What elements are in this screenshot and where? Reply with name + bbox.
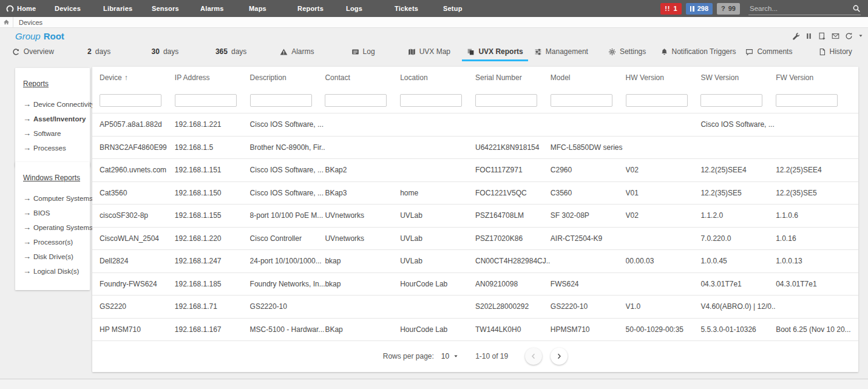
cell-model: MFC-L5850DW series — [551, 143, 626, 152]
tab-history[interactable]: History — [802, 44, 868, 61]
cell-location: HourCode Lab — [400, 325, 475, 334]
nav-item-maps[interactable]: Maps — [249, 5, 297, 12]
sidebar-item-logical-disk-s[interactable]: →Logical Disk(s) — [23, 267, 87, 276]
sidebar-item-disk-drive-s[interactable]: →Disk Drive(s) — [23, 252, 87, 261]
nav-item-devices[interactable]: Devices — [55, 5, 103, 12]
cell-model: AIR-CT2504-K9 — [551, 234, 626, 243]
arrow-right-icon: → — [23, 194, 31, 203]
nav-item-alarms[interactable]: Alarms — [200, 5, 249, 12]
wrench-icon[interactable] — [792, 32, 799, 40]
filter-input-description[interactable] — [250, 94, 312, 107]
house-icon[interactable] — [0, 19, 13, 25]
cell-hw-version: V02 — [626, 211, 701, 220]
filter-input-contact[interactable] — [325, 94, 387, 107]
filter-input-location[interactable] — [400, 94, 462, 107]
sidebar-item-asset-inventory[interactable]: →Asset/Inventory — [23, 115, 87, 123]
tab-log[interactable]: Log — [330, 44, 396, 61]
sidebar-section-title[interactable]: Reports — [23, 79, 49, 88]
filter-input-hw-version[interactable] — [626, 94, 688, 107]
table-row[interactable]: HP MSM710192.168.1.167MSC-5100 - Hardwar… — [92, 318, 858, 341]
critical-badge[interactable]: !!1 — [660, 3, 681, 15]
table-row[interactable]: Cat3560192.168.1.150Cisco IOS Software, … — [92, 181, 858, 205]
tab-uvx-reports[interactable]: UVX Reports — [462, 44, 528, 61]
sidebar-item-label: Logical Disk(s) — [33, 268, 79, 275]
column-header-location[interactable]: Location — [400, 73, 475, 82]
nav-item-home[interactable]: Home — [6, 5, 55, 13]
tab-notification-triggers[interactable]: Notification Triggers — [660, 44, 736, 61]
column-header-contact[interactable]: Contact — [325, 73, 400, 82]
tab-alarms[interactable]: Alarms — [264, 44, 330, 61]
column-header-sw-version[interactable]: SW Version — [700, 73, 776, 82]
column-header-description[interactable]: Description — [250, 73, 325, 82]
tab-uvx-map[interactable]: UVX Map — [396, 44, 463, 61]
filter-input-model[interactable] — [551, 94, 612, 107]
sidebar-item-software[interactable]: →Software — [23, 129, 87, 138]
column-header-ip-address[interactable]: IP Address — [175, 73, 250, 82]
settings-icon — [608, 48, 616, 56]
filter-input-ip-address[interactable] — [175, 94, 237, 107]
column-header-hw-version[interactable]: HW Version — [626, 73, 701, 82]
page-plus-icon[interactable] — [818, 32, 826, 40]
cell-device: Dell2824 — [100, 257, 175, 265]
pause-icon[interactable] — [805, 32, 813, 40]
filter-input-sw-version[interactable] — [700, 94, 762, 107]
cell-serial-number: S202L28000292 — [475, 302, 551, 311]
sidebar-item-processor-s[interactable]: →Processor(s) — [23, 238, 87, 246]
cell-description: Cisco IOS Software, ... — [250, 120, 325, 129]
search-input[interactable] — [748, 5, 852, 12]
envelope-icon[interactable] — [832, 32, 839, 40]
cell-ip-address: 192.168.1.155 — [175, 211, 250, 220]
nav-item-tickets[interactable]: Tickets — [395, 5, 443, 12]
tab-management[interactable]: Management — [528, 44, 594, 61]
tab-settings[interactable]: Settings — [594, 44, 660, 61]
table-row[interactable]: GS2220192.168.1.71GS2220-10S202L28000292… — [92, 295, 858, 318]
page-title: GroupRoot — [15, 31, 64, 41]
sidebar-item-device-connectivity[interactable]: →Device Connectivity — [23, 100, 87, 109]
tab-overview[interactable]: Overview — [0, 44, 66, 61]
column-header-fw-version[interactable]: FW Version — [776, 73, 851, 82]
tab-2-days[interactable]: 2days — [66, 44, 132, 61]
nav-item-logs[interactable]: Logs — [346, 5, 395, 12]
filter-input-serial-number[interactable] — [475, 94, 537, 107]
table-row[interactable]: Foundry-FWS624192.168.1.185Foundry Netwo… — [92, 272, 858, 296]
nav-item-sensors[interactable]: Sensors — [152, 5, 200, 12]
sidebar-section-title[interactable]: Windows Reports — [23, 174, 80, 182]
tab-comments[interactable]: Comments — [736, 44, 802, 61]
paused-badge[interactable]: 298 — [686, 3, 713, 15]
cell-serial-number: FOC1117Z971 — [475, 166, 551, 174]
pagination-prev-button[interactable] — [525, 348, 542, 365]
column-header-device[interactable]: Device↑ — [100, 73, 175, 82]
sidebar-item-operating-systems[interactable]: →Operating Systems — [23, 223, 87, 232]
nav-item-label: Reports — [297, 5, 324, 12]
pagination-next-button[interactable] — [551, 348, 568, 365]
column-header-label: Serial Number — [475, 73, 522, 82]
table-row[interactable]: ciscoSF302-8p192.168.1.1558-port 10/100 … — [92, 204, 858, 227]
cell-location: home — [400, 189, 475, 197]
breadcrumb-item-devices[interactable]: Devices — [19, 19, 42, 26]
rows-per-page-select[interactable]: 10 — [441, 352, 458, 360]
nav-item-setup[interactable]: Setup — [443, 5, 492, 12]
sidebar-item-bios[interactable]: →BIOS — [23, 209, 87, 217]
filter-input-fw-version[interactable] — [776, 94, 838, 107]
filter-input-device[interactable] — [100, 94, 161, 107]
nav-item-libraries[interactable]: Libraries — [103, 5, 152, 12]
tab-30-days[interactable]: 30days — [132, 44, 198, 61]
unknown-badge[interactable]: ?99 — [717, 3, 740, 15]
column-header-serial-number[interactable]: Serial Number — [475, 73, 551, 82]
sidebar-item-computer-systems[interactable]: →Computer Systems — [23, 194, 87, 203]
cell-description: Brother NC-8900h, Fir... — [250, 143, 325, 152]
table-row[interactable]: Dell2824192.168.1.24724-port 10/100/1000… — [92, 249, 858, 272]
table-row[interactable]: Cat2960.uvnets.com192.168.1.151Cisco IOS… — [92, 158, 858, 181]
refresh-icon[interactable] — [845, 32, 853, 40]
nav-item-reports[interactable]: Reports — [297, 5, 346, 12]
tab-365-days[interactable]: 365days — [198, 44, 264, 61]
column-header-model[interactable]: Model — [551, 73, 626, 82]
table-row[interactable]: BRN3C2AF4860E99192.168.1.5Brother NC-890… — [92, 136, 858, 159]
table-row[interactable]: CiscoWLAN_2504192.168.1.220Cisco Control… — [92, 227, 858, 250]
title-action-icons — [792, 32, 863, 40]
caret-down-icon[interactable] — [858, 33, 863, 38]
table-row[interactable]: AP5057.a8a1.882d192.168.1.221Cisco IOS S… — [92, 113, 858, 136]
search-icon[interactable] — [852, 4, 861, 13]
cell-hw-version: 00.00.03 — [626, 257, 701, 265]
sidebar-item-processes[interactable]: →Processes — [23, 144, 87, 152]
